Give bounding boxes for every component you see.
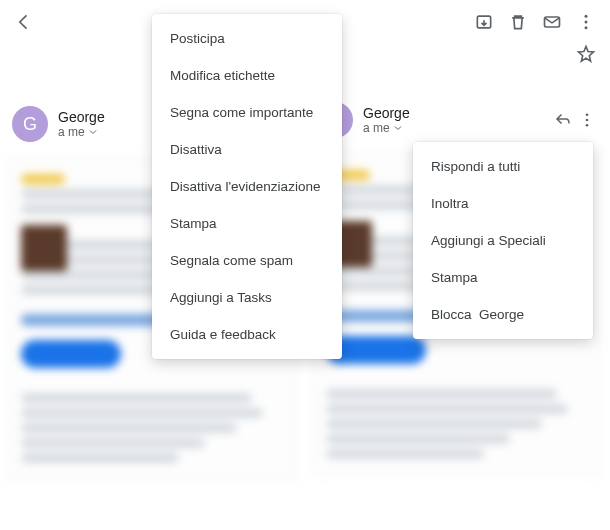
message-overflow-menu: Posticipa Modifica etichette Segna come … [152, 14, 342, 359]
menu-item-block-sender[interactable]: Blocca George [413, 296, 593, 333]
back-icon[interactable] [10, 8, 38, 36]
topbar-right [305, 0, 610, 44]
menu-item-add-star[interactable]: Aggiungi a Speciali [413, 222, 593, 259]
svg-point-4 [585, 26, 588, 29]
avatar: G [12, 106, 48, 142]
menu-item-snooze[interactable]: Posticipa [152, 20, 342, 57]
menu-item-change-labels[interactable]: Modifica etichette [152, 57, 342, 94]
star-icon[interactable] [576, 44, 596, 74]
sender-overflow-menu: Rispondi a tutti Inoltra Aggiungi a Spec… [413, 142, 593, 339]
chevron-down-icon [392, 122, 404, 134]
archive-icon[interactable] [470, 8, 498, 36]
menu-item-print[interactable]: Stampa [413, 259, 593, 296]
sender-to[interactable]: a me [363, 121, 544, 135]
star-row [305, 44, 610, 74]
menu-item-report-spam[interactable]: Segnala come spam [152, 242, 342, 279]
menu-item-mark-important[interactable]: Segna come importante [152, 94, 342, 131]
delete-icon[interactable] [504, 8, 532, 36]
sender-name: George [363, 105, 544, 121]
menu-item-add-to-tasks[interactable]: Aggiungi a Tasks [152, 279, 342, 316]
mail-icon[interactable] [538, 8, 566, 36]
svg-point-2 [585, 15, 588, 18]
svg-point-6 [586, 119, 589, 122]
menu-item-help-feedback[interactable]: Guida e feedback [152, 316, 342, 353]
sender-more-icon[interactable] [576, 106, 598, 134]
menu-item-print[interactable]: Stampa [152, 205, 342, 242]
menu-item-forward[interactable]: Inoltra [413, 185, 593, 222]
svg-point-7 [586, 124, 589, 127]
right-screenshot: G George a me [305, 0, 610, 530]
more-icon[interactable] [572, 8, 600, 36]
chevron-down-icon [87, 126, 99, 138]
svg-point-5 [586, 113, 589, 116]
menu-item-reply-all[interactable]: Rispondi a tutti [413, 148, 593, 185]
reply-icon[interactable] [554, 110, 572, 131]
left-screenshot: G George a me [0, 0, 305, 530]
menu-item-disable-highlight[interactable]: Disattiva l'evidenziazione [152, 168, 342, 205]
svg-point-3 [585, 21, 588, 24]
menu-item-mute[interactable]: Disattiva [152, 131, 342, 168]
